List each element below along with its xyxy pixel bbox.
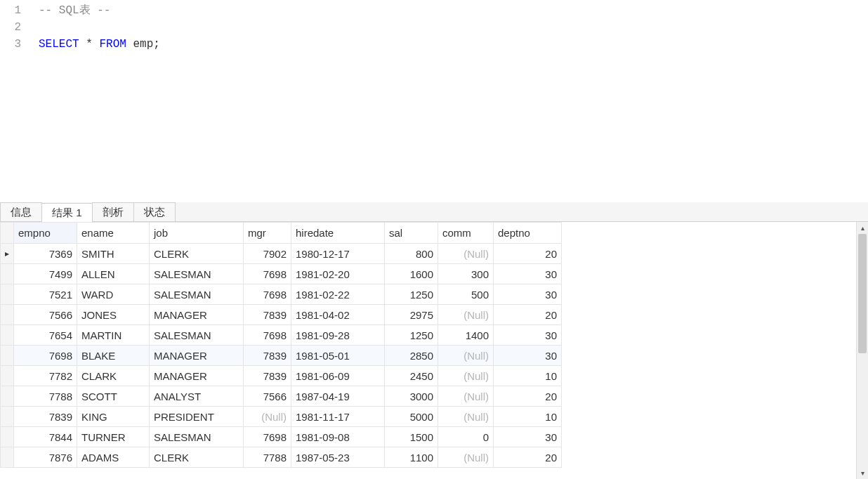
row-selector[interactable] <box>1 386 14 407</box>
cell-job[interactable]: SALESMAN <box>150 325 244 346</box>
column-header-hiredate[interactable]: hiredate <box>291 223 385 244</box>
scroll-thumb[interactable] <box>858 234 867 353</box>
cell-empno[interactable]: 7844 <box>14 427 77 447</box>
cell-hiredate[interactable]: 1980-12-17 <box>291 244 385 264</box>
column-header-comm[interactable]: comm <box>438 223 494 244</box>
row-selector[interactable] <box>1 407 14 427</box>
table-row[interactable]: ▸7369SMITHCLERK79021980-12-17800(Null)20 <box>1 244 562 264</box>
cell-deptno[interactable]: 20 <box>494 447 562 468</box>
cell-job[interactable]: MANAGER <box>150 346 244 366</box>
cell-comm[interactable]: (Null) <box>438 305 494 325</box>
cell-comm[interactable]: (Null) <box>438 386 494 407</box>
code-line[interactable]: SELECT * FROM emp; <box>39 36 868 53</box>
cell-deptno[interactable]: 30 <box>494 427 562 447</box>
cell-job[interactable]: CLERK <box>150 244 244 264</box>
cell-deptno[interactable]: 30 <box>494 325 562 346</box>
column-header-job[interactable]: job <box>150 223 244 244</box>
cell-mgr[interactable]: 7698 <box>244 427 291 447</box>
tab-结果 1[interactable]: 结果 1 <box>41 203 93 222</box>
code-line[interactable] <box>39 19 868 36</box>
cell-comm[interactable]: (Null) <box>438 366 494 386</box>
cell-hiredate[interactable]: 1981-09-08 <box>291 427 385 447</box>
cell-ename[interactable]: MARTIN <box>77 325 150 346</box>
cell-ename[interactable]: JONES <box>77 305 150 325</box>
cell-sal[interactable]: 1500 <box>385 427 438 447</box>
cell-job[interactable]: PRESIDENT <box>150 407 244 427</box>
cell-sal[interactable]: 1100 <box>385 447 438 468</box>
cell-sal[interactable]: 3000 <box>385 386 438 407</box>
cell-hiredate[interactable]: 1981-09-28 <box>291 325 385 346</box>
cell-empno[interactable]: 7839 <box>14 407 77 427</box>
cell-deptno[interactable]: 30 <box>494 284 562 305</box>
table-row[interactable]: 7698BLAKEMANAGER78391981-05-012850(Null)… <box>1 346 562 366</box>
tab-状态[interactable]: 状态 <box>133 202 176 221</box>
cell-empno[interactable]: 7499 <box>14 264 77 284</box>
cell-sal[interactable]: 1600 <box>385 264 438 284</box>
cell-comm[interactable]: 1400 <box>438 325 494 346</box>
cell-empno[interactable]: 7521 <box>14 284 77 305</box>
cell-mgr[interactable]: 7698 <box>244 284 291 305</box>
cell-sal[interactable]: 800 <box>385 244 438 264</box>
cell-job[interactable]: SALESMAN <box>150 284 244 305</box>
cell-mgr[interactable]: 7566 <box>244 386 291 407</box>
row-selector[interactable]: ▸ <box>1 244 14 264</box>
row-selector[interactable] <box>1 427 14 447</box>
cell-sal[interactable]: 1250 <box>385 284 438 305</box>
cell-mgr[interactable]: 7788 <box>244 447 291 468</box>
cell-deptno[interactable]: 10 <box>494 366 562 386</box>
cell-mgr[interactable]: 7839 <box>244 366 291 386</box>
cell-job[interactable]: ANALYST <box>150 386 244 407</box>
column-header-sal[interactable]: sal <box>385 223 438 244</box>
scroll-down-arrow[interactable]: ▾ <box>857 467 868 479</box>
tab-信息[interactable]: 信息 <box>0 202 42 221</box>
cell-deptno[interactable]: 30 <box>494 264 562 284</box>
cell-hiredate[interactable]: 1981-05-01 <box>291 346 385 366</box>
cell-empno[interactable]: 7566 <box>14 305 77 325</box>
sql-editor[interactable]: 123 -- SQL表 -- SELECT * FROM emp; <box>0 0 868 202</box>
table-row[interactable]: 7521WARDSALESMAN76981981-02-22125050030 <box>1 284 562 305</box>
cell-sal[interactable]: 2850 <box>385 346 438 366</box>
cell-deptno[interactable]: 20 <box>494 386 562 407</box>
code-content[interactable]: -- SQL表 -- SELECT * FROM emp; <box>28 0 868 202</box>
cell-mgr[interactable]: (Null) <box>244 407 291 427</box>
cell-hiredate[interactable]: 1987-05-23 <box>291 447 385 468</box>
cell-job[interactable]: CLERK <box>150 447 244 468</box>
cell-hiredate[interactable]: 1981-02-20 <box>291 264 385 284</box>
vertical-scrollbar[interactable]: ▴ ▾ <box>856 222 868 479</box>
cell-hiredate[interactable]: 1987-04-19 <box>291 386 385 407</box>
cell-comm[interactable]: 300 <box>438 264 494 284</box>
cell-ename[interactable]: TURNER <box>77 427 150 447</box>
cell-ename[interactable]: ALLEN <box>77 264 150 284</box>
cell-job[interactable]: SALESMAN <box>150 264 244 284</box>
cell-empno[interactable]: 7698 <box>14 346 77 366</box>
row-selector[interactable] <box>1 366 14 386</box>
cell-comm[interactable]: (Null) <box>438 447 494 468</box>
cell-sal[interactable]: 5000 <box>385 407 438 427</box>
cell-sal[interactable]: 2975 <box>385 305 438 325</box>
table-row[interactable]: 7654MARTINSALESMAN76981981-09-2812501400… <box>1 325 562 346</box>
tab-剖析[interactable]: 剖析 <box>92 202 134 221</box>
cell-mgr[interactable]: 7698 <box>244 325 291 346</box>
row-selector[interactable] <box>1 447 14 468</box>
cell-deptno[interactable]: 30 <box>494 346 562 366</box>
cell-hiredate[interactable]: 1981-02-22 <box>291 284 385 305</box>
code-line[interactable]: -- SQL表 -- <box>39 2 868 19</box>
table-row[interactable]: 7788SCOTTANALYST75661987-04-193000(Null)… <box>1 386 562 407</box>
table-row[interactable]: 7499ALLENSALESMAN76981981-02-20160030030 <box>1 264 562 284</box>
cell-empno[interactable]: 7782 <box>14 366 77 386</box>
cell-ename[interactable]: BLAKE <box>77 346 150 366</box>
table-row[interactable]: 7782CLARKMANAGER78391981-06-092450(Null)… <box>1 366 562 386</box>
cell-sal[interactable]: 2450 <box>385 366 438 386</box>
column-header-empno[interactable]: empno <box>14 223 77 244</box>
table-row[interactable]: 7844TURNERSALESMAN76981981-09-081500030 <box>1 427 562 447</box>
row-selector[interactable] <box>1 264 14 284</box>
cell-mgr[interactable]: 7902 <box>244 244 291 264</box>
cell-deptno[interactable]: 20 <box>494 244 562 264</box>
cell-hiredate[interactable]: 1981-04-02 <box>291 305 385 325</box>
row-selector[interactable] <box>1 346 14 366</box>
cell-mgr[interactable]: 7698 <box>244 264 291 284</box>
row-selector[interactable] <box>1 325 14 346</box>
cell-empno[interactable]: 7654 <box>14 325 77 346</box>
table-row[interactable]: 7566JONESMANAGER78391981-04-022975(Null)… <box>1 305 562 325</box>
cell-ename[interactable]: KING <box>77 407 150 427</box>
